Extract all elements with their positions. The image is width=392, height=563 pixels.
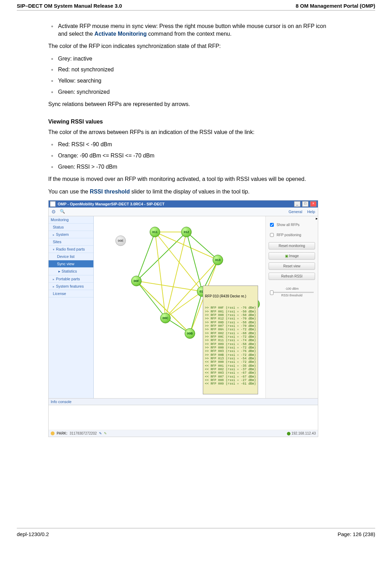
list-item: Activate RFP mouse menu in sync view: Pr… (48, 22, 328, 37)
app-window: OMP - OpenMobility ManagerSIP-DECT 3.0RC… (48, 200, 318, 437)
svg-line-2 (187, 232, 218, 260)
checkbox-label: RFP positioning (277, 233, 301, 237)
list-item: Red: RSSI < -90 dBm (48, 141, 328, 148)
svg-line-15 (190, 291, 202, 333)
svg-line-5 (137, 281, 166, 318)
body-text: slider to limit the display of values in… (130, 189, 249, 195)
list-item: Yellow: searching (48, 77, 328, 85)
paragraph: The color of the RFP icon indicates sync… (48, 42, 328, 50)
svg-line-3 (137, 232, 187, 281)
header-right: 8 OM Management Portal (OMP) (295, 3, 375, 9)
info-console-header[interactable]: Info console (49, 399, 318, 405)
connection-icon: ⬤ (287, 431, 291, 435)
park-label: PARK: (57, 431, 67, 435)
checkbox-label: Show all RFPs (277, 223, 300, 227)
checkbox-rfp-positioning[interactable]: RFP positioning (269, 232, 315, 238)
status-bar: PARK: 31178307272202 ✎ ✎ ⬤ 192.168.112.4… (49, 430, 318, 437)
reset-monitoring-button[interactable]: Reset monitoring (269, 242, 315, 249)
section-heading: Viewing RSSI values (48, 119, 328, 125)
link-activate-monitoring: Activate Monitoring (94, 31, 147, 37)
rssi-threshold-slider[interactable] (270, 292, 314, 293)
menu-general[interactable]: General (288, 210, 302, 214)
image-button-label: Image (289, 254, 299, 258)
tooltip-title: RFP 010 (R439 Decke re.) (205, 294, 256, 298)
checkbox-input[interactable] (270, 233, 274, 237)
park-value: 31178307272202 (70, 431, 97, 435)
nav-sync-view[interactable]: Sync view (49, 260, 93, 268)
info-console-body (49, 405, 318, 430)
svg-line-11 (155, 232, 166, 318)
image-icon: ▣ (285, 254, 288, 258)
paragraph: You can use the RSSI threshold slider to… (48, 188, 328, 196)
header-left: SIP–DECT OM System Manual Release 3.0 (17, 3, 122, 9)
svg-line-0 (137, 232, 155, 281)
nav-license[interactable]: License (49, 290, 93, 297)
window-title: OMP - OpenMobility ManagerSIP-DECT 3.0RC… (58, 202, 293, 206)
nav-status[interactable]: Status (49, 224, 93, 231)
menu-help[interactable]: Help (307, 210, 315, 214)
link-rssi-threshold: RSSI threshold (90, 189, 130, 195)
nav-sidebar: Monitoring Status System Sites Radio fix… (49, 216, 94, 398)
slider-caption: RSSI threshold (269, 294, 315, 297)
side-panel: Show all RFPs RFP positioning Reset moni… (265, 216, 318, 398)
paragraph: The color of the arrows between RFPs is … (48, 128, 328, 136)
checkbox-show-all-rfps[interactable]: Show all RFPs (269, 222, 315, 228)
footer-left: depl-1230/0.2 (17, 531, 49, 537)
tool-icon-1[interactable]: ✎ (99, 431, 102, 435)
nav-monitoring[interactable]: Monitoring (49, 216, 93, 224)
search-icon[interactable] (60, 209, 65, 214)
rssi-tooltip: RFP 010 (R439 Decke re.) >> RFP 00F (rss… (203, 286, 258, 394)
status-icon (51, 431, 55, 435)
collapse-panel-icon[interactable]: ▸ (316, 216, 318, 221)
body-text: You can use the (48, 189, 90, 195)
nav-system-features[interactable]: System features (49, 283, 93, 290)
tool-icon-2[interactable]: ✎ (104, 431, 107, 435)
menu-bar: General Help (49, 207, 318, 216)
list-item: Grey: inactive (48, 55, 328, 63)
ip-address: 192.168.112.43 (291, 431, 316, 435)
minimize-button[interactable]: _ (294, 201, 300, 207)
slider-value: -100 dBm (269, 287, 315, 290)
slider-thumb[interactable] (270, 290, 273, 295)
list-item: Green: synchronized (48, 88, 328, 96)
footer-right: Page: 126 (238) (337, 531, 375, 537)
tooltip-lines: >> RFP 00F (rssi = -76 dBm)>> RFP 001 (r… (205, 306, 256, 386)
maximize-button[interactable]: □ (302, 201, 308, 207)
nav-sites[interactable]: Sites (49, 238, 93, 246)
nav-device-list[interactable]: Device list (49, 253, 93, 260)
list-item: Red: not synchronized (48, 66, 328, 73)
list-item: Green: RSSI > -70 dBm (48, 163, 328, 171)
reset-view-button[interactable]: Reset view (269, 262, 315, 270)
svg-line-8 (187, 232, 202, 291)
info-console: Info console (49, 398, 318, 430)
sync-view-canvas[interactable]: 00E 011 012 013 00F 010 00F 00C 00B RFP … (94, 216, 265, 398)
title-bar: OMP - OpenMobility ManagerSIP-DECT 3.0RC… (49, 200, 318, 207)
paragraph: If the mouse is moved over an RFP with m… (48, 175, 328, 183)
app-icon (50, 201, 56, 207)
body-text: command from the context menu. (147, 31, 231, 37)
paragraph: Sync relations between RFPs are represen… (48, 100, 328, 108)
nav-statistics[interactable]: ▸ Statistics (49, 268, 93, 275)
nav-portable-parts[interactable]: Portable parts (49, 275, 93, 283)
nav-system[interactable]: System (49, 231, 93, 238)
refresh-rssi-button[interactable]: Refresh RSSI (269, 273, 315, 280)
nav-radio-fixed-parts[interactable]: Radio fixed parts (49, 246, 93, 253)
svg-line-7 (137, 281, 202, 291)
list-item: Orange: -90 dBm <= RSSI <= -70 dBm (48, 152, 328, 160)
checkbox-input[interactable] (270, 223, 274, 227)
close-button[interactable]: × (310, 201, 316, 207)
svg-line-10 (155, 232, 202, 291)
image-button[interactable]: ▣ Image (269, 252, 315, 260)
svg-line-16 (137, 281, 190, 333)
gear-icon[interactable] (51, 209, 57, 214)
nav-statistics-label: Statistics (62, 269, 77, 273)
